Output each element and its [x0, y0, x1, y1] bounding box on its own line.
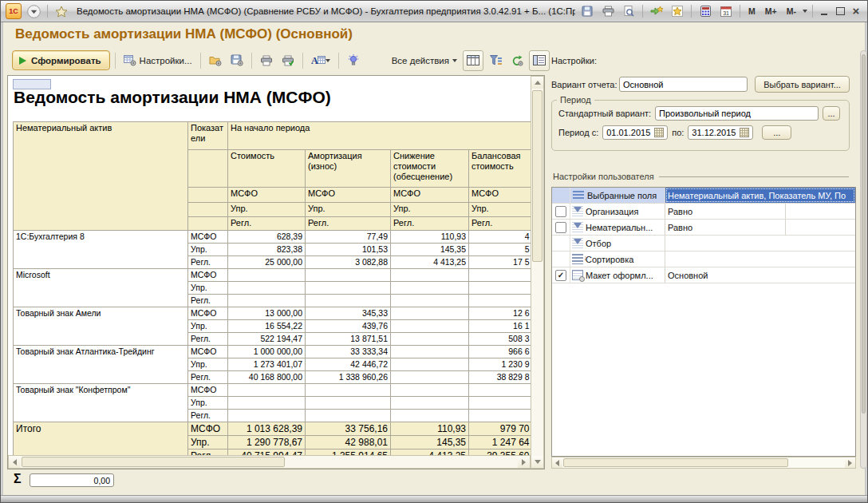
filter-button[interactable] — [486, 51, 505, 70]
value-cell[interactable] — [306, 269, 391, 282]
scroll-left-button[interactable] — [552, 457, 562, 468]
print-button[interactable] — [257, 51, 276, 70]
value-cell[interactable]: 13 871,51 — [306, 333, 391, 346]
value-cell[interactable]: 16 1 — [469, 320, 531, 333]
value-cell[interactable]: 4 — [469, 231, 531, 244]
value-cell[interactable]: 5 — [469, 244, 531, 256]
checkbox-unchecked[interactable] — [555, 222, 566, 233]
value-cell[interactable] — [306, 397, 391, 410]
generate-button[interactable]: Сформировать — [12, 50, 110, 70]
value-cell[interactable]: 13 000,00 — [228, 307, 306, 320]
value-cell[interactable]: 17 5 — [469, 256, 531, 269]
value-cell[interactable] — [228, 282, 306, 295]
chevron-down-icon[interactable] — [803, 10, 807, 13]
value-cell[interactable]: 25 000,00 — [228, 256, 306, 269]
acct-type-cell[interactable]: Упр. — [188, 244, 228, 256]
value-cell[interactable]: 1 355 914,65 — [306, 450, 391, 456]
date-picker-icon[interactable] — [740, 128, 749, 137]
acct-type-cell[interactable]: МСФО — [188, 422, 228, 436]
setting-value-cell[interactable]: Основной — [665, 267, 855, 283]
user-setting-row[interactable]: Выбранные поляНематериальный актив, Пока… — [552, 188, 855, 204]
date-picker-icon[interactable] — [654, 128, 664, 137]
col-header-asset[interactable]: Нематериальный актив — [14, 122, 188, 231]
value-cell[interactable]: 38 829 8 — [469, 371, 531, 384]
setting-extra-cell[interactable] — [786, 220, 855, 235]
scroll-down-button[interactable] — [531, 456, 543, 468]
value-cell[interactable] — [228, 295, 306, 307]
favorites-list-icon[interactable] — [669, 3, 686, 19]
col-header-measure[interactable]: Балансовая стоимость — [469, 150, 531, 188]
asset-name-cell[interactable]: Товарный знак "Конфетпром" — [14, 384, 188, 422]
add-to-favorites-icon[interactable] — [648, 3, 665, 19]
table-view-button[interactable] — [463, 50, 483, 71]
standard-variant-ellipsis-button[interactable]: ... — [823, 106, 840, 121]
col-header-acct-type[interactable]: Упр. — [469, 203, 531, 217]
col-header-acct-type[interactable]: Регл. — [391, 217, 469, 231]
value-cell[interactable]: 101,53 — [306, 244, 391, 256]
asset-name-cell[interactable]: Итого — [14, 422, 188, 456]
setting-value-cell[interactable]: Нематериальный актив, Показатель МУ, По — [665, 188, 855, 203]
value-cell[interactable]: 110,93 — [391, 422, 469, 436]
acct-type-cell[interactable]: Упр. — [188, 358, 228, 371]
value-cell[interactable] — [469, 269, 531, 282]
setting-label-cell[interactable]: Нематериальн... — [570, 220, 665, 235]
memory-minus-button[interactable]: M- — [783, 6, 799, 16]
load-settings-button[interactable] — [206, 51, 225, 70]
value-cell[interactable] — [306, 295, 391, 307]
value-cell[interactable]: 966 6 — [469, 346, 531, 358]
favorites-star-button[interactable] — [53, 3, 70, 19]
value-cell[interactable] — [469, 384, 531, 397]
calculator-icon[interactable] — [696, 3, 714, 19]
value-cell[interactable]: 33 333,34 — [306, 346, 391, 358]
user-setting-row[interactable]: Макет оформл...Основной — [552, 267, 855, 283]
value-cell[interactable] — [391, 384, 469, 397]
scroll-left-button[interactable] — [9, 456, 21, 468]
user-setting-row[interactable]: Нематериальн...Равно — [552, 220, 855, 236]
settings-horizontal-scrollbar[interactable] — [551, 457, 856, 469]
period-to-input[interactable]: 31.12.2015 — [688, 125, 753, 140]
acct-type-cell[interactable]: Упр. — [188, 397, 228, 410]
acct-type-cell[interactable]: Регл. — [188, 295, 228, 307]
value-cell[interactable] — [391, 320, 469, 333]
col-header-empty[interactable] — [188, 150, 228, 188]
settings-panel-toggle-button[interactable] — [529, 50, 550, 71]
value-cell[interactable] — [391, 397, 469, 410]
value-cell[interactable] — [391, 307, 469, 320]
value-cell[interactable]: 1 013 628,39 — [228, 422, 306, 436]
col-header-acct-type[interactable]: МСФО — [306, 188, 391, 203]
value-cell[interactable]: 42 988,01 — [306, 436, 391, 450]
value-cell[interactable]: 16 554,22 — [228, 320, 306, 333]
main-menu-button[interactable] — [25, 3, 42, 19]
acct-type-cell[interactable]: Регл. — [188, 256, 228, 269]
value-cell[interactable] — [469, 282, 531, 295]
value-cell[interactable]: 39 355 60 — [469, 450, 531, 456]
memory-plus-button[interactable]: M+ — [762, 6, 780, 16]
col-header-acct-type[interactable]: МСФО — [469, 188, 531, 203]
acct-type-cell[interactable]: Регл. — [188, 371, 228, 384]
value-cell[interactable]: 345,33 — [306, 307, 391, 320]
col-header-empty[interactable] — [188, 203, 228, 217]
value-cell[interactable]: 42 446,72 — [306, 358, 391, 371]
value-cell[interactable] — [228, 410, 306, 422]
value-cell[interactable]: 522 194,47 — [228, 333, 306, 346]
value-cell[interactable] — [391, 282, 469, 295]
value-cell[interactable] — [306, 410, 391, 422]
col-header-period-group[interactable]: На начало периода — [228, 122, 531, 150]
value-cell[interactable]: 439,76 — [306, 320, 391, 333]
save-icon[interactable] — [578, 3, 596, 19]
refresh-button[interactable] — [507, 51, 527, 70]
print-preview-icon[interactable] — [620, 3, 637, 19]
user-setting-row[interactable]: ОрганизацияРавно — [552, 204, 855, 220]
asset-name-cell[interactable]: 1С:Бухгалтерия 8 — [14, 231, 188, 269]
print-preview-button[interactable] — [278, 51, 298, 70]
value-cell[interactable] — [391, 295, 469, 307]
settings-button[interactable]: Настройки... — [120, 51, 195, 70]
value-cell[interactable]: 1 290 778,67 — [228, 436, 306, 450]
value-cell[interactable]: 1 247 64 — [469, 436, 531, 450]
col-header-measure[interactable]: Амортизация (износ) — [306, 150, 391, 188]
checkbox-checked[interactable] — [555, 270, 566, 281]
col-header-acct-type[interactable]: Упр. — [306, 203, 391, 217]
value-cell[interactable]: 1 000 000,00 — [228, 346, 306, 358]
scrollbar-thumb[interactable] — [563, 458, 788, 467]
value-cell[interactable]: 3 082,88 — [306, 256, 391, 269]
